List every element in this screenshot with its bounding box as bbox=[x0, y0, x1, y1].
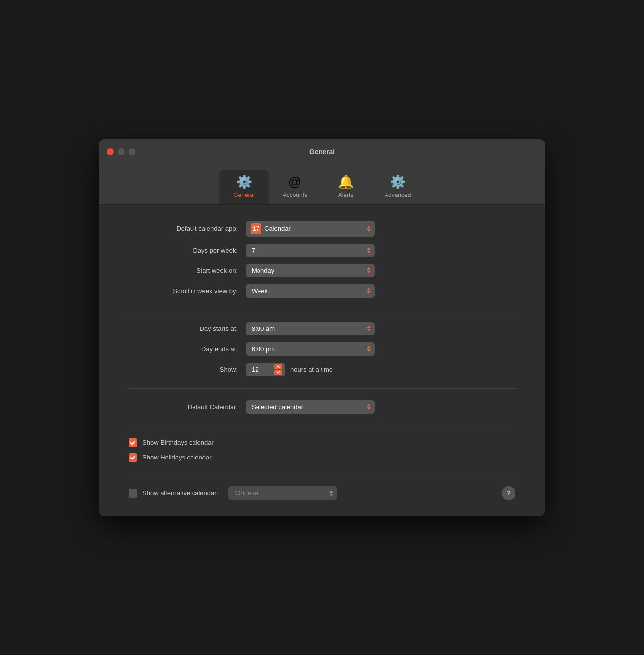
titlebar: General bbox=[99, 139, 545, 165]
window-title: General bbox=[309, 148, 335, 156]
tab-accounts-label: Accounts bbox=[283, 192, 307, 198]
show-holidays-checkbox[interactable] bbox=[129, 453, 137, 462]
section-calendar-basic: Default calendar app: 17 Calendar Days p… bbox=[129, 221, 515, 298]
row-show-holidays: Show Holidays calendar bbox=[129, 453, 515, 462]
row-start-week-on: Start week on: Monday bbox=[129, 264, 515, 277]
tab-accounts[interactable]: @ Accounts bbox=[269, 170, 321, 204]
select-arrow-icon bbox=[367, 226, 371, 232]
tab-general-label: General bbox=[233, 192, 255, 198]
show-hours-stepper-buttons bbox=[274, 364, 282, 375]
minimize-button[interactable] bbox=[118, 148, 125, 155]
default-calendar-app-value: Calendar bbox=[264, 225, 291, 232]
divider-4 bbox=[129, 474, 515, 474]
alerts-icon: 🔔 bbox=[338, 174, 354, 190]
scroll-week-select[interactable]: Week bbox=[246, 284, 375, 298]
tab-bar: ⚙️ General @ Accounts 🔔 Alerts ⚙️ Advanc… bbox=[99, 165, 545, 205]
preferences-window: General ⚙️ General @ Accounts 🔔 Alerts ⚙… bbox=[99, 139, 545, 516]
general-icon: ⚙️ bbox=[236, 174, 252, 190]
start-week-on-label: Start week on: bbox=[129, 267, 238, 274]
day-starts-select[interactable]: 8:00 am bbox=[246, 322, 375, 335]
day-ends-select[interactable]: 6:00 pm bbox=[246, 342, 375, 356]
row-day-ends: Day ends at: 6:00 pm bbox=[129, 342, 515, 356]
default-calendar-app-label: Default calendar app: bbox=[129, 225, 238, 232]
section-day-times: Day starts at: 8:00 am Day ends at: 6:00… bbox=[129, 322, 515, 376]
days-per-week-select-wrapper: 7 bbox=[246, 244, 375, 257]
alt-calendar-checkbox[interactable] bbox=[129, 489, 137, 498]
alt-calendar-select[interactable]: Chinese bbox=[228, 486, 337, 500]
divider-1 bbox=[129, 310, 515, 310]
default-calendar-select[interactable]: Selected calendar bbox=[246, 400, 375, 414]
row-show-hours: Show: hours at a time bbox=[129, 363, 515, 376]
row-default-calendar: Default Calendar: Selected calendar bbox=[129, 400, 515, 414]
day-ends-label: Day ends at: bbox=[129, 345, 238, 353]
calendar-app-icon: 17 bbox=[251, 223, 261, 234]
divider-3 bbox=[129, 426, 515, 426]
scroll-week-select-wrapper: Week bbox=[246, 284, 375, 298]
tab-alerts-label: Alerts bbox=[338, 192, 354, 198]
close-button[interactable] bbox=[107, 148, 114, 155]
default-calendar-select-wrapper: Selected calendar bbox=[246, 400, 375, 414]
tab-general[interactable]: ⚙️ General bbox=[219, 170, 269, 204]
default-calendar-label: Default Calendar: bbox=[129, 403, 238, 411]
content-area: Default calendar app: 17 Calendar Days p… bbox=[99, 205, 545, 516]
row-default-calendar-app: Default calendar app: 17 Calendar bbox=[129, 221, 515, 237]
divider-2 bbox=[129, 388, 515, 389]
accounts-icon: @ bbox=[288, 174, 301, 190]
alt-calendar-label: Show alternative calendar: bbox=[142, 489, 218, 497]
day-ends-select-wrapper: 6:00 pm bbox=[246, 342, 375, 356]
show-birthdays-label: Show Birthdays calendar bbox=[142, 439, 214, 446]
show-hours-stepper-wrapper bbox=[246, 363, 285, 376]
tab-alerts[interactable]: 🔔 Alerts bbox=[321, 170, 371, 204]
scroll-week-label: Scroll in week view by: bbox=[129, 287, 238, 295]
tab-advanced[interactable]: ⚙️ Advanced bbox=[371, 170, 425, 204]
row-days-per-week: Days per week: 7 bbox=[129, 244, 515, 257]
section-default-calendar: Default Calendar: Selected calendar bbox=[129, 400, 515, 414]
row-alt-calendar: Show alternative calendar: Chinese ? bbox=[129, 486, 515, 500]
maximize-button[interactable] bbox=[129, 148, 135, 155]
section-checkboxes: Show Birthdays calendar Show Holidays ca… bbox=[129, 438, 515, 462]
day-starts-label: Day starts at: bbox=[129, 325, 238, 332]
days-per-week-label: Days per week: bbox=[129, 247, 238, 254]
show-hours-increment[interactable] bbox=[274, 364, 282, 369]
show-birthdays-checkbox[interactable] bbox=[129, 438, 137, 447]
show-hours-label: Show: bbox=[129, 366, 238, 373]
default-calendar-app-select[interactable]: 17 Calendar bbox=[246, 221, 375, 237]
show-hours-decrement[interactable] bbox=[274, 370, 282, 375]
traffic-lights bbox=[107, 148, 135, 155]
start-week-select-wrapper: Monday bbox=[246, 264, 375, 277]
day-starts-select-wrapper: 8:00 am bbox=[246, 322, 375, 335]
show-holidays-label: Show Holidays calendar bbox=[142, 454, 211, 461]
hours-suffix: hours at a time bbox=[290, 366, 333, 373]
alt-calendar-select-wrapper: Chinese bbox=[228, 486, 337, 500]
advanced-icon: ⚙️ bbox=[390, 174, 406, 190]
start-week-select[interactable]: Monday bbox=[246, 264, 375, 277]
help-button[interactable]: ? bbox=[502, 486, 515, 500]
tab-advanced-label: Advanced bbox=[385, 192, 411, 198]
days-per-week-select[interactable]: 7 bbox=[246, 244, 375, 257]
row-day-starts: Day starts at: 8:00 am bbox=[129, 322, 515, 335]
row-scroll-week-view: Scroll in week view by: Week bbox=[129, 284, 515, 298]
row-show-birthdays: Show Birthdays calendar bbox=[129, 438, 515, 447]
show-hours-group: hours at a time bbox=[246, 363, 333, 376]
